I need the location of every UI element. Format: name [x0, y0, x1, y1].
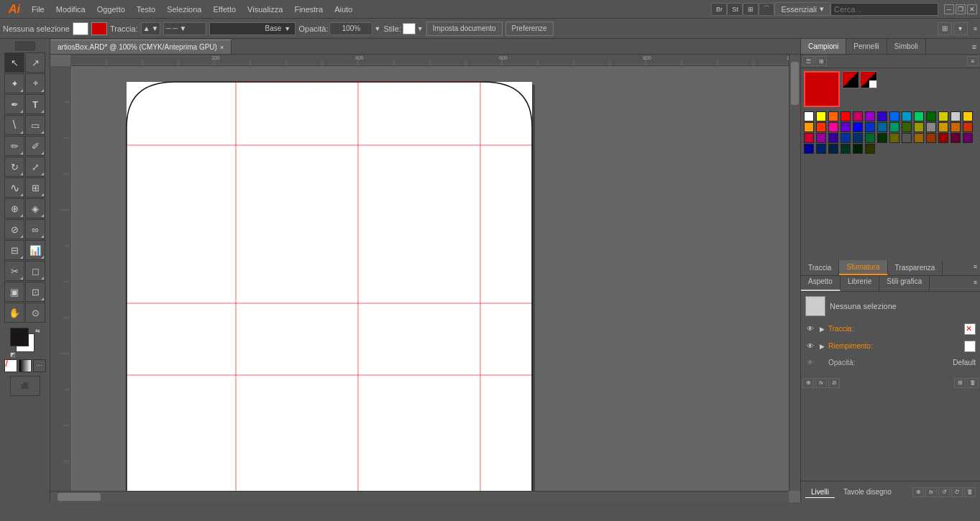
opacita-label[interactable]: Opacità: — [828, 359, 855, 366]
artboard-tool[interactable]: ▣ — [4, 282, 24, 302]
swatch-22[interactable] — [902, 122, 912, 132]
swatch-35[interactable] — [889, 133, 899, 143]
swatch-39[interactable] — [938, 133, 948, 143]
pattern-icon[interactable]: ⋯ — [33, 359, 46, 372]
layout-grid-btn[interactable]: ⊞ — [743, 3, 759, 16]
swatch-41[interactable] — [963, 133, 973, 143]
swatch-42[interactable] — [804, 144, 814, 154]
essenziali-button[interactable]: Essenziali ▾ — [774, 2, 830, 16]
swatch-25[interactable] — [938, 122, 948, 132]
direct-select-tool[interactable]: ↗ — [25, 52, 45, 73]
swatch-7[interactable] — [889, 111, 899, 121]
new-art-btn[interactable]: ⊕ — [802, 378, 814, 388]
blend-tool[interactable]: ∞ — [25, 219, 45, 239]
swatch-40[interactable] — [951, 133, 961, 143]
style-swatch[interactable] — [403, 23, 416, 34]
drawing-surface[interactable] — [70, 66, 789, 491]
slice-tool[interactable]: ⊡ — [25, 282, 45, 302]
swatch-46[interactable] — [853, 144, 863, 154]
swatch-17[interactable] — [841, 122, 851, 132]
select-tool[interactable]: ↖ — [4, 52, 24, 73]
swatch-mixed-2[interactable] — [860, 71, 877, 88]
asub-librerie[interactable]: Librerie — [841, 276, 879, 291]
paintbrush-tool[interactable]: ✏ — [4, 136, 24, 156]
menu-file[interactable]: File — [26, 4, 50, 15]
menu-testo[interactable]: Testo — [131, 4, 161, 15]
riempimento-color-swatch[interactable] — [964, 341, 976, 352]
menu-visualizza[interactable]: Visualizza — [242, 4, 288, 15]
scissors-tool[interactable]: ✂ — [4, 261, 24, 281]
swatch-19[interactable] — [865, 122, 875, 132]
swatch-32[interactable] — [853, 133, 863, 143]
liv-clock[interactable]: ⏱ — [951, 487, 963, 497]
rect-tool[interactable]: ▭ — [25, 115, 45, 135]
menu-effetto[interactable]: Effetto — [207, 4, 242, 15]
menu-aiuto[interactable]: Aiuto — [329, 4, 358, 15]
close-button[interactable]: ✕ — [967, 4, 977, 14]
swatch-29[interactable] — [816, 133, 826, 143]
swatch-20[interactable] — [877, 122, 887, 132]
type-tool[interactable]: T — [25, 94, 45, 114]
opacity-input[interactable] — [329, 22, 372, 35]
stroke-swatch[interactable] — [91, 22, 107, 35]
swatch-8[interactable] — [902, 111, 912, 121]
aspetto-menu[interactable]: ≡ — [971, 276, 980, 291]
swatch-36[interactable] — [902, 133, 912, 143]
sub-tab-sfumatura[interactable]: Sfumatura — [839, 260, 887, 275]
tab-close-button[interactable]: × — [220, 44, 224, 51]
default-colors-icon[interactable]: ◩ — [10, 351, 16, 358]
pencil-tool[interactable]: ✐ — [25, 136, 45, 156]
swatch-11[interactable] — [938, 111, 948, 121]
swatch-30[interactable] — [828, 133, 838, 143]
traccia-expand[interactable]: ▶ — [818, 324, 825, 334]
liv-fx[interactable]: fx — [925, 487, 937, 497]
delete-btn[interactable]: 🗑 — [967, 378, 979, 388]
traccia-color-swatch[interactable] — [964, 323, 976, 335]
liv-reset[interactable]: ↺ — [938, 487, 950, 497]
bar-chart-tool[interactable]: 📊 — [25, 240, 45, 260]
livelli-tab[interactable]: Livelli — [805, 487, 835, 498]
swatch-43[interactable] — [816, 144, 826, 154]
horizontal-scrollbar[interactable] — [50, 491, 789, 502]
doc-tab[interactable]: artiosBox.ARD* @ 100% (CMYK/Anteprima GP… — [50, 40, 232, 54]
scale-tool[interactable]: ⤢ — [25, 157, 45, 177]
swatch-red-large[interactable] — [804, 71, 840, 107]
liv-add-layer[interactable]: ⊕ — [912, 487, 924, 497]
swatch-1[interactable] — [816, 111, 826, 121]
swatch-6[interactable] — [877, 111, 887, 121]
line-style-preview[interactable]: Base ▼ — [209, 22, 296, 35]
swatch-16[interactable] — [828, 122, 838, 132]
riempimento-label[interactable]: Riempimento: — [828, 342, 961, 350]
vertical-scroll-thumb[interactable] — [791, 62, 799, 105]
swatch-23[interactable] — [914, 122, 924, 132]
duplicate-btn[interactable]: ⊞ — [954, 378, 966, 388]
swatch-47[interactable] — [865, 144, 875, 154]
swatch-28[interactable] — [804, 133, 814, 143]
swatch-13[interactable] — [963, 111, 973, 121]
rotate-tool[interactable]: ↻ — [4, 157, 24, 177]
magic-wand-tool[interactable]: ✦ — [4, 73, 24, 93]
liv-trash[interactable]: 🗑 — [964, 487, 976, 497]
swatch-10[interactable] — [926, 111, 936, 121]
line-tool[interactable]: \ — [4, 115, 24, 135]
swatch-18[interactable] — [853, 122, 863, 132]
riempimento-expand[interactable]: ▶ — [818, 341, 825, 351]
sub-panel-menu[interactable]: ≡ — [971, 260, 980, 275]
gradient-icon[interactable] — [19, 359, 32, 372]
aspetto-swatch[interactable] — [805, 296, 825, 316]
hand-tool[interactable]: ✋ — [4, 303, 24, 323]
foreground-color[interactable] — [10, 328, 29, 346]
swatch-26[interactable] — [951, 122, 961, 132]
zoom-tool[interactable]: ⊙ — [25, 303, 45, 323]
stroke-weight-dropdown[interactable]: ─ ─ ▼ — [163, 22, 206, 35]
swatch-15[interactable] — [816, 122, 826, 132]
swatch-5[interactable] — [865, 111, 875, 121]
swatch-45[interactable] — [841, 144, 851, 154]
chart-tool[interactable]: ⊟ — [4, 240, 24, 260]
menu-oggetto[interactable]: Oggetto — [91, 4, 131, 15]
minimize-button[interactable]: ─ — [944, 4, 954, 14]
vertical-scrollbar[interactable] — [789, 55, 800, 491]
sw-grid-view[interactable]: ⊞ — [815, 56, 827, 66]
tab-simboli[interactable]: Simboli — [887, 39, 926, 54]
asub-aspetto[interactable]: Aspetto — [801, 276, 841, 291]
